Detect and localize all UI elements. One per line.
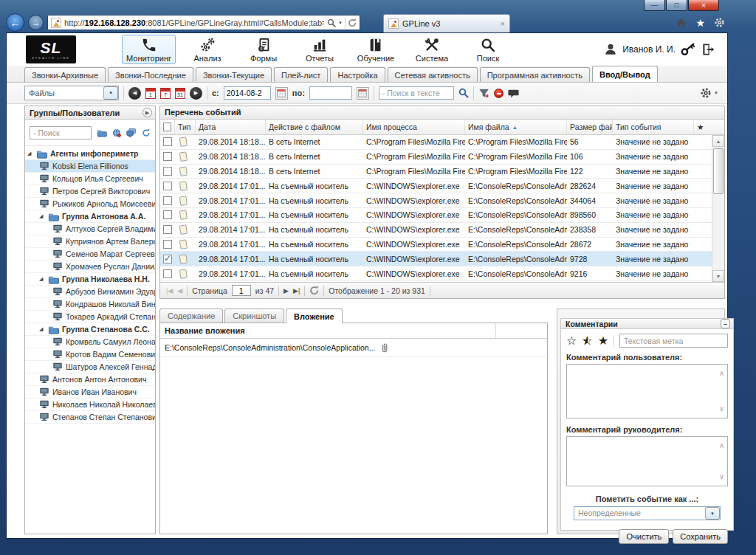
nav-item-forms[interactable]: Формы	[239, 35, 288, 64]
manager-comment-textarea[interactable]	[566, 436, 728, 486]
row-checkbox[interactable]	[163, 152, 172, 161]
event-star-cell[interactable]	[694, 165, 712, 179]
collapse-panel-icon[interactable]: ▶	[142, 108, 152, 117]
group-folder-icon[interactable]	[97, 127, 107, 139]
refresh-icon[interactable]	[309, 286, 319, 295]
tree-item[interactable]: ◢ Группа Антонова А.А.	[25, 210, 155, 223]
minimize-button[interactable]: —	[644, 0, 665, 11]
nav-item-training[interactable]: Обучение	[351, 35, 400, 64]
nav-item-reports[interactable]: Отчеты	[295, 35, 344, 64]
tree-item[interactable]: ◢ Антонов Антон Антонович	[25, 373, 155, 386]
module-tab[interactable]: Ввод/Вывод	[592, 66, 658, 82]
forward-button[interactable]: →	[28, 15, 44, 30]
event-row[interactable]: 29.08.2014 17:01... На съемный носитель …	[160, 238, 712, 252]
tree-expand-icon[interactable]: ◢	[39, 276, 45, 282]
tree-item[interactable]: ◢ Рыжиков Арнольд Моисеевич	[25, 198, 155, 210]
event-star-cell[interactable]	[694, 238, 712, 252]
event-row[interactable]: 29.08.2014 18:18... В сеть Internet C:\P…	[160, 135, 712, 150]
star-outline-icon[interactable]: ☆	[566, 335, 577, 347]
scroll-down-icon[interactable]: ▼	[712, 270, 724, 282]
row-checkbox[interactable]	[163, 255, 172, 263]
row-checkbox[interactable]	[163, 137, 172, 146]
date-to-picker-icon[interactable]	[357, 87, 369, 100]
col-event-type[interactable]: Тип события	[613, 120, 694, 134]
next-page-button[interactable]: ▶	[284, 287, 289, 294]
maximize-button[interactable]: □	[666, 0, 687, 11]
tree-item[interactable]: ◢ Степанов Степан Степанович	[25, 411, 155, 424]
back-button[interactable]: ←	[6, 13, 24, 32]
select-all-checkbox[interactable]	[163, 123, 171, 131]
logout-icon[interactable]	[701, 42, 715, 57]
mark-event-select[interactable]: Неопределенные ▼	[574, 506, 721, 520]
detail-tab[interactable]: Скриншоты	[224, 308, 284, 323]
calendar-week-icon[interactable]: 7	[160, 88, 171, 99]
grid-settings-button[interactable]: ▼	[700, 87, 718, 99]
tree-expand-icon[interactable]: ◢	[39, 213, 45, 219]
scroll-up-icon[interactable]: ▲	[712, 135, 724, 147]
table-scrollbar[interactable]: ▲ ▼	[712, 135, 724, 282]
computers-icon[interactable]	[126, 127, 137, 139]
event-star-cell[interactable]	[694, 179, 712, 193]
text-search-input[interactable]	[379, 86, 454, 100]
event-row[interactable]: 29.08.2014 18:18... В сеть Internet C:\P…	[160, 165, 712, 179]
key-icon[interactable]	[680, 41, 696, 58]
col-star[interactable]: ★	[694, 120, 712, 134]
date-to-input[interactable]	[309, 86, 352, 100]
event-star-cell[interactable]	[694, 193, 712, 207]
row-checkbox[interactable]	[163, 167, 172, 176]
star-full-icon[interactable]: ★	[598, 335, 608, 347]
event-star-cell[interactable]	[694, 150, 712, 164]
tree-expand-icon[interactable]: ◢	[27, 151, 33, 156]
calendar-day-icon[interactable]: 1	[145, 88, 156, 99]
close-button[interactable]: ×	[688, 0, 719, 11]
settings-gear-icon[interactable]	[714, 17, 725, 28]
favorites-icon[interactable]: ★	[695, 17, 705, 29]
minimize-panel-icon[interactable]: –	[721, 319, 730, 328]
clear-filter-icon[interactable]	[478, 88, 489, 99]
star-half-icon[interactable]: ★☆	[582, 335, 592, 347]
module-tab[interactable]: Звонки-Текущие	[196, 67, 272, 82]
row-checkbox[interactable]	[163, 210, 172, 219]
users-search-input[interactable]	[30, 126, 92, 139]
prev-page-button[interactable]: ◀	[177, 287, 182, 294]
module-tab[interactable]: Настройка	[330, 67, 385, 82]
col-process[interactable]: Имя процесса	[363, 120, 465, 134]
event-row[interactable]: 29.08.2014 17:01... На съемный носитель …	[160, 208, 712, 223]
event-type-select[interactable]: Файлы ▼	[24, 86, 119, 100]
first-page-button[interactable]: |◀	[166, 287, 173, 294]
event-star-cell[interactable]	[694, 135, 712, 149]
row-checkbox[interactable]	[163, 196, 172, 205]
tree-expand-icon[interactable]: ◢	[39, 326, 45, 332]
text-search-icon[interactable]	[458, 88, 469, 98]
url-text[interactable]: http://192.168.128.230:8081/GPLine/GPLin…	[64, 18, 324, 27]
date-from-input[interactable]	[224, 86, 271, 100]
tree-item[interactable]: ◢ Кондрашов Николай Виниаминович	[25, 298, 155, 311]
module-tab[interactable]: Плей-лист	[274, 67, 328, 82]
tree-item[interactable]: ◢ Хромачев Руслан Даниилович	[25, 261, 155, 273]
tab-close-icon[interactable]: ×	[501, 19, 505, 28]
event-row[interactable]: 29.08.2014 18:18... В сеть Internet C:\P…	[160, 150, 712, 165]
row-checkbox[interactable]	[163, 269, 172, 278]
page-number-input[interactable]	[232, 285, 251, 296]
next-period-button[interactable]: ▶	[190, 87, 202, 100]
event-star-cell[interactable]	[694, 208, 712, 222]
tree-item[interactable]: ◢ Группа Николаева Н.Н.	[25, 273, 155, 286]
paperclip-icon[interactable]	[379, 342, 390, 353]
tree-item[interactable]: ◢ Токарев Аркадий Степанович	[25, 311, 155, 323]
event-star-cell[interactable]	[694, 266, 712, 280]
refresh-icon[interactable]	[348, 18, 357, 27]
tree-item[interactable]: ◢ Kobski Elena Fillionos	[25, 160, 155, 173]
event-row[interactable]: 29.08.2014 17:01... На съемный носитель …	[160, 266, 712, 281]
nav-item-analysis[interactable]: Анализ	[183, 35, 232, 64]
user-comment-textarea[interactable]	[566, 364, 728, 418]
comment-bubble-icon[interactable]	[508, 88, 519, 99]
save-button[interactable]: Сохранить	[673, 529, 728, 544]
date-from-picker-icon[interactable]	[275, 87, 288, 100]
detail-tab[interactable]: Вложение	[286, 308, 343, 323]
col-size[interactable]: Размер файла	[567, 120, 613, 134]
event-row[interactable]: 29.08.2014 17:01... На съемный носитель …	[160, 193, 712, 208]
tree-item[interactable]: ◢ Шатуров Алексей Геннадьевич	[25, 361, 155, 373]
module-tab[interactable]: Звонки-Архивные	[24, 67, 106, 82]
nav-item-monitoring[interactable]: Мониторинг	[122, 35, 176, 64]
text-label-input[interactable]	[619, 334, 728, 348]
